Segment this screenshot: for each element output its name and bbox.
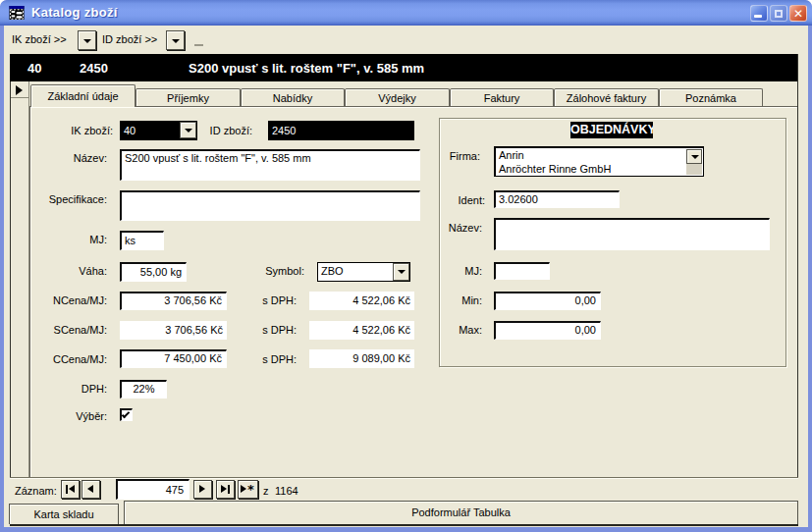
dph-field[interactable]: 22% (120, 380, 167, 399)
id-filter-label: ID zboží >> (102, 33, 157, 45)
ik-filter-label: IK zboží >> (12, 33, 67, 45)
nazev-label: Název: (37, 152, 107, 164)
tab-nabidky[interactable]: Nabídky (241, 88, 345, 106)
record-nav-label: Záznam: (15, 485, 57, 497)
orders-group-title: OBJEDNÁVKY (570, 122, 653, 138)
header-name-value: S200 vpusť s lit. roštem "F", v. 585 mm (189, 61, 424, 76)
vaha-field[interactable]: 55,00 kg (120, 262, 187, 282)
scena-vat-field[interactable]: 4 522,06 Kč (309, 321, 414, 340)
firma-combobox[interactable]: Anrin Anröchter Rinne GmbH (494, 146, 704, 177)
max-field[interactable]: 0,00 (494, 321, 601, 340)
bottom-tab-podformular-tabulka[interactable]: Podformulář Tabulka (124, 501, 798, 524)
title-bar[interactable]: Katalog zboží ✕ (0, 0, 812, 26)
nazev-field[interactable]: S200 vpusť s lit. roštem "F", v. 585 mm (120, 149, 420, 181)
orders-nazev-field[interactable] (494, 218, 770, 250)
header-ik-value: 40 (27, 61, 41, 76)
id-label: ID zboží: (183, 125, 252, 136)
id-filter-dropdown-button[interactable] (166, 30, 185, 50)
form-left-edge (10, 81, 11, 477)
form-right-edge (797, 54, 798, 477)
specifikace-field[interactable] (120, 190, 420, 221)
orders-mj-field[interactable] (494, 262, 550, 280)
ncena-label: NCena/MJ: (37, 294, 107, 306)
ccena-vat-label: s DPH: (257, 353, 297, 365)
scena-field[interactable]: 3 706,56 Kč (120, 321, 227, 340)
ncena-vat-label: s DPH: (257, 294, 297, 306)
record-count-total: 1164 (275, 485, 298, 497)
tab-zalohove-faktury[interactable]: Zálohové faktury (554, 88, 659, 106)
vyber-checkbox[interactable] (120, 408, 133, 421)
tab-poznamka[interactable]: Poznámka (659, 88, 763, 106)
ncena-field[interactable]: 3 706,56 Kč (120, 292, 227, 310)
tab-zakladni-udaje[interactable]: Základní údaje (30, 84, 135, 107)
scena-label: SCena/MJ: (37, 324, 107, 336)
tab-prijemky[interactable]: Příjemky (135, 88, 241, 106)
record-selector-bar[interactable] (11, 81, 29, 477)
application-window: Katalog zboží ✕ IK zboží >> ID zboží >> … (0, 0, 812, 532)
ccena-field[interactable]: 7 450,00 Kč (120, 349, 227, 368)
vaha-label: Váha: (37, 265, 107, 277)
record-arrow-icon (16, 85, 23, 95)
mj-label: MJ: (37, 234, 107, 245)
access-form-icon (9, 5, 25, 21)
id-field[interactable]: 2450 (268, 121, 414, 140)
specifikace-label: Specifikace: (37, 193, 107, 205)
minimize-icon (754, 15, 762, 18)
maximize-icon (775, 10, 783, 18)
firma-value: Anrin (496, 148, 703, 162)
firma-value-line2: Anröchter Rinne GmbH (496, 162, 703, 176)
dropdown-arrow-icon (172, 39, 180, 43)
previous-record-icon (82, 481, 99, 498)
tab-faktury[interactable]: Faktury (450, 88, 554, 106)
close-button[interactable]: ✕ (789, 5, 807, 22)
new-record-button[interactable]: * (238, 480, 258, 499)
minimize-button[interactable] (750, 5, 768, 22)
first-record-button[interactable] (61, 480, 80, 499)
firma-combo-button-track (686, 164, 702, 175)
symbol-label: Symbol: (235, 265, 304, 277)
new-record-icon: * (239, 481, 257, 498)
min-label: Min: (412, 294, 482, 306)
ik-value: 40 (124, 125, 135, 136)
maximize-button[interactable] (770, 5, 787, 22)
symbol-combobox[interactable]: ZBO (317, 262, 410, 282)
current-record-indicator (11, 82, 28, 98)
next-record-icon (194, 481, 211, 498)
bottom-tab-karta-skladu[interactable]: Karta skladu (9, 504, 119, 524)
dph-label: DPH: (37, 383, 107, 395)
symbol-value: ZBO (321, 265, 344, 277)
orders-mj-label: MJ: (412, 265, 482, 277)
symbol-combo-dropdown-button[interactable] (393, 263, 409, 281)
ccena-vat-field[interactable]: 9 089,00 Kč (309, 349, 414, 368)
orders-nazev-label: Název: (412, 222, 482, 234)
ik-filter-dropdown-button[interactable] (78, 30, 96, 50)
ident-field[interactable]: 3.02600 (494, 190, 620, 208)
tab-vydejky[interactable]: Výdejky (345, 88, 450, 106)
ident-label: Ident: (415, 194, 485, 206)
record-header-bar: 40 2450 S200 vpusť s lit. roštem "F", v.… (10, 54, 798, 81)
dropdown-arrow-icon (83, 39, 91, 43)
first-record-icon (62, 481, 79, 498)
max-label: Max: (412, 324, 482, 336)
dropdown-arrow-icon (691, 155, 699, 159)
ik-label: IK zboží: (43, 125, 113, 136)
window-title: Katalog zboží (31, 5, 118, 20)
close-icon: ✕ (790, 7, 806, 21)
previous-record-button[interactable] (81, 480, 100, 499)
min-field[interactable]: 0,00 (494, 292, 601, 310)
last-record-button[interactable] (216, 480, 235, 499)
bottom-edge-line (10, 524, 798, 526)
checkmark-icon (122, 410, 130, 418)
ncena-vat-field[interactable]: 4 522,06 Kč (309, 292, 414, 310)
firma-combo-dropdown-button[interactable] (686, 149, 702, 164)
record-count-of-label: z (263, 485, 269, 497)
vyber-label: Výběr: (37, 410, 107, 422)
mj-field[interactable]: ks (120, 231, 164, 250)
record-number-field[interactable]: 475 (116, 479, 189, 500)
ccena-label: CCena/MJ: (37, 353, 107, 365)
firma-label: Firma: (410, 150, 480, 162)
next-record-button[interactable] (193, 480, 212, 499)
header-id-value: 2450 (80, 61, 108, 76)
form-bottom-separator (10, 477, 798, 478)
scena-vat-label: s DPH: (257, 324, 297, 336)
